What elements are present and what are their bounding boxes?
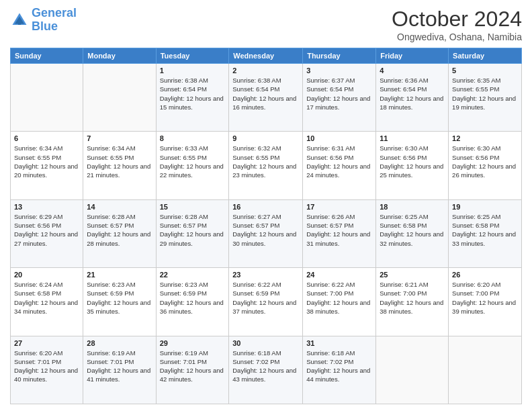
day-number: 29 <box>160 339 226 347</box>
day-number: 16 <box>232 203 299 211</box>
day-cell <box>449 336 522 404</box>
day-cell: 8Sunrise: 6:33 AMSunset: 6:55 PMDaylight… <box>156 132 229 199</box>
header-day-saturday: Saturday <box>449 48 522 64</box>
title-block: October 2024 Ongwediva, Oshana, Namibia <box>392 7 522 42</box>
header-day-tuesday: Tuesday <box>156 48 229 64</box>
logo-general: General <box>32 6 77 19</box>
day-number: 3 <box>306 66 372 75</box>
day-cell: 26Sunrise: 6:20 AMSunset: 7:00 PMDayligh… <box>449 268 522 336</box>
week-row-3: 13Sunrise: 6:29 AMSunset: 6:56 PMDayligh… <box>11 199 522 267</box>
day-number: 26 <box>452 271 518 279</box>
day-number: 10 <box>306 134 372 142</box>
day-cell: 17Sunrise: 6:26 AMSunset: 6:57 PMDayligh… <box>303 199 376 267</box>
day-cell: 16Sunrise: 6:27 AMSunset: 6:57 PMDayligh… <box>229 199 303 267</box>
day-number: 4 <box>380 66 445 75</box>
day-cell: 2Sunrise: 6:38 AMSunset: 6:54 PMDaylight… <box>229 64 303 132</box>
day-cell: 15Sunrise: 6:28 AMSunset: 6:57 PMDayligh… <box>156 199 229 267</box>
day-number: 19 <box>452 203 518 211</box>
day-cell: 7Sunrise: 6:34 AMSunset: 6:55 PMDaylight… <box>83 132 156 199</box>
logo: General Blue <box>10 7 77 34</box>
header-day-thursday: Thursday <box>303 48 376 64</box>
header-day-monday: Monday <box>83 48 156 64</box>
day-number: 20 <box>14 271 79 279</box>
day-number: 27 <box>14 339 79 347</box>
day-cell: 10Sunrise: 6:31 AMSunset: 6:56 PMDayligh… <box>303 132 376 199</box>
day-cell: 22Sunrise: 6:23 AMSunset: 6:59 PMDayligh… <box>156 268 229 336</box>
day-info: Sunrise: 6:37 AMSunset: 6:54 PMDaylight:… <box>306 76 372 111</box>
day-info: Sunrise: 6:38 AMSunset: 6:54 PMDaylight:… <box>232 76 299 111</box>
day-cell: 11Sunrise: 6:30 AMSunset: 6:56 PMDayligh… <box>376 132 449 199</box>
logo-icon <box>10 11 29 30</box>
day-info: Sunrise: 6:23 AMSunset: 6:59 PMDaylight:… <box>87 280 152 316</box>
day-cell: 31Sunrise: 6:18 AMSunset: 7:02 PMDayligh… <box>303 336 376 404</box>
day-number: 11 <box>380 134 445 142</box>
day-number: 25 <box>380 271 445 279</box>
day-info: Sunrise: 6:19 AMSunset: 7:01 PMDaylight:… <box>87 349 152 384</box>
day-info: Sunrise: 6:30 AMSunset: 6:56 PMDaylight:… <box>380 144 445 179</box>
day-info: Sunrise: 6:22 AMSunset: 7:00 PMDaylight:… <box>306 280 372 316</box>
day-number: 14 <box>87 203 152 211</box>
day-number: 9 <box>232 134 299 142</box>
day-cell <box>83 64 156 132</box>
day-cell: 5Sunrise: 6:35 AMSunset: 6:55 PMDaylight… <box>449 64 522 132</box>
day-info: Sunrise: 6:34 AMSunset: 6:55 PMDaylight:… <box>14 144 79 179</box>
day-info: Sunrise: 6:20 AMSunset: 7:01 PMDaylight:… <box>14 349 79 384</box>
day-info: Sunrise: 6:30 AMSunset: 6:56 PMDaylight:… <box>452 144 518 179</box>
day-cell: 20Sunrise: 6:24 AMSunset: 6:58 PMDayligh… <box>11 268 83 336</box>
day-info: Sunrise: 6:31 AMSunset: 6:56 PMDaylight:… <box>306 144 372 179</box>
day-number: 28 <box>87 339 152 347</box>
header-row: SundayMondayTuesdayWednesdayThursdayFrid… <box>11 48 522 64</box>
day-cell: 12Sunrise: 6:30 AMSunset: 6:56 PMDayligh… <box>449 132 522 199</box>
calendar-table: SundayMondayTuesdayWednesdayThursdayFrid… <box>10 48 522 404</box>
day-number: 5 <box>452 66 518 75</box>
day-cell: 21Sunrise: 6:23 AMSunset: 6:59 PMDayligh… <box>83 268 156 336</box>
day-info: Sunrise: 6:27 AMSunset: 6:57 PMDaylight:… <box>232 212 299 248</box>
day-info: Sunrise: 6:36 AMSunset: 6:54 PMDaylight:… <box>380 76 445 111</box>
day-cell: 14Sunrise: 6:28 AMSunset: 6:57 PMDayligh… <box>83 199 156 267</box>
day-cell: 29Sunrise: 6:19 AMSunset: 7:01 PMDayligh… <box>156 336 229 404</box>
day-info: Sunrise: 6:29 AMSunset: 6:56 PMDaylight:… <box>14 212 79 248</box>
day-info: Sunrise: 6:22 AMSunset: 6:59 PMDaylight:… <box>232 280 299 316</box>
logo-blue: Blue <box>32 20 77 34</box>
logo-text: General Blue <box>32 7 77 34</box>
day-info: Sunrise: 6:38 AMSunset: 6:54 PMDaylight:… <box>160 76 226 111</box>
day-number: 21 <box>87 271 152 279</box>
day-cell: 25Sunrise: 6:21 AMSunset: 7:00 PMDayligh… <box>376 268 449 336</box>
header-day-wednesday: Wednesday <box>229 48 303 64</box>
day-info: Sunrise: 6:18 AMSunset: 7:02 PMDaylight:… <box>306 349 372 384</box>
day-info: Sunrise: 6:24 AMSunset: 6:58 PMDaylight:… <box>14 280 79 316</box>
calendar-body: 1Sunrise: 6:38 AMSunset: 6:54 PMDaylight… <box>11 64 522 404</box>
header: General Blue October 2024 Ongwediva, Osh… <box>10 7 522 42</box>
day-number: 17 <box>306 203 372 211</box>
day-cell <box>11 64 83 132</box>
day-cell: 1Sunrise: 6:38 AMSunset: 6:54 PMDaylight… <box>156 64 229 132</box>
day-cell: 28Sunrise: 6:19 AMSunset: 7:01 PMDayligh… <box>83 336 156 404</box>
day-info: Sunrise: 6:19 AMSunset: 7:01 PMDaylight:… <box>160 349 226 384</box>
day-info: Sunrise: 6:25 AMSunset: 6:58 PMDaylight:… <box>380 212 445 248</box>
day-number: 15 <box>160 203 226 211</box>
day-info: Sunrise: 6:35 AMSunset: 6:55 PMDaylight:… <box>452 76 518 111</box>
calendar-title: October 2024 <box>392 7 522 32</box>
day-cell: 27Sunrise: 6:20 AMSunset: 7:01 PMDayligh… <box>11 336 83 404</box>
day-cell: 24Sunrise: 6:22 AMSunset: 7:00 PMDayligh… <box>303 268 376 336</box>
day-number: 1 <box>160 66 226 75</box>
day-number: 23 <box>232 271 299 279</box>
day-cell: 6Sunrise: 6:34 AMSunset: 6:55 PMDaylight… <box>11 132 83 199</box>
day-cell: 18Sunrise: 6:25 AMSunset: 6:58 PMDayligh… <box>376 199 449 267</box>
day-number: 6 <box>14 134 79 142</box>
day-info: Sunrise: 6:32 AMSunset: 6:55 PMDaylight:… <box>232 144 299 179</box>
day-number: 24 <box>306 271 372 279</box>
day-cell: 23Sunrise: 6:22 AMSunset: 6:59 PMDayligh… <box>229 268 303 336</box>
day-cell: 19Sunrise: 6:25 AMSunset: 6:58 PMDayligh… <box>449 199 522 267</box>
day-info: Sunrise: 6:18 AMSunset: 7:02 PMDaylight:… <box>232 349 299 384</box>
calendar-subtitle: Ongwediva, Oshana, Namibia <box>392 32 522 42</box>
day-number: 31 <box>306 339 372 347</box>
day-number: 8 <box>160 134 226 142</box>
day-number: 22 <box>160 271 226 279</box>
page: General Blue October 2024 Ongwediva, Osh… <box>0 0 532 411</box>
day-number: 2 <box>232 66 299 75</box>
day-info: Sunrise: 6:26 AMSunset: 6:57 PMDaylight:… <box>306 212 372 248</box>
day-number: 7 <box>87 134 152 142</box>
day-cell <box>376 336 449 404</box>
day-info: Sunrise: 6:21 AMSunset: 7:00 PMDaylight:… <box>380 280 445 316</box>
